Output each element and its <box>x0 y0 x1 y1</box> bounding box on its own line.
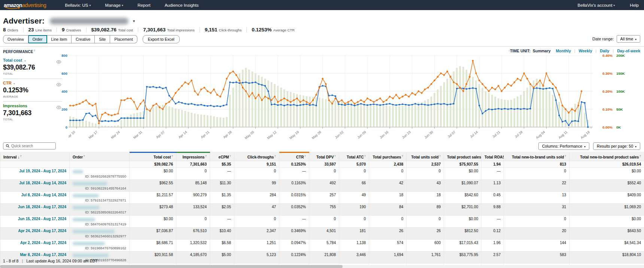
amazon-advertising-logo[interactable]: amazon advertising <box>4 2 46 8</box>
time-unit-option-monthly[interactable]: Monthly <box>556 49 571 53</box>
nav-item-report[interactable]: Report <box>137 3 151 7</box>
columns-dropdown[interactable]: Columns: Performance▾ <box>538 142 589 150</box>
axis-tick-label: 150K <box>616 71 625 76</box>
chevron-down-icon: ▾ <box>122 4 123 7</box>
order-name-redacted <box>73 218 95 221</box>
table-cell: 1,320,532 <box>176 240 210 252</box>
table-cell: 0 <box>504 168 569 180</box>
table-cell: 2.57 <box>482 252 504 264</box>
table-cell: 26 <box>369 228 407 240</box>
interval-link[interactable]: Jun 15, 2024 - Aug 17, 2024 <box>18 217 66 221</box>
table-cell: 600 <box>407 240 444 252</box>
axis-tick-label: 400 <box>61 89 67 93</box>
tab-creative[interactable]: Creative <box>72 35 95 43</box>
advertiser-name-redacted <box>50 18 128 24</box>
time-unit-option-daily[interactable]: Daily <box>600 49 609 53</box>
time-unit-switcher: ? TIME UNIT: Summary Monthly|Weekly|Dail… <box>508 49 640 53</box>
column-header-ecpm[interactable]: eCPM? <box>210 153 234 161</box>
interval-link[interactable]: Jul 19, 2024 - Aug 17, 2024 <box>19 169 66 173</box>
table-row[interactable]: Apr 2, 2024 - Aug 17, 2024ID: 5919884767… <box>0 240 644 252</box>
chevron-down-icon: ▾ <box>635 38 637 41</box>
axis-tick-label: 600 <box>61 71 67 76</box>
order-id: ID: 591082291455764164 <box>73 186 126 190</box>
results-per-page-dropdown[interactable]: Results per page: 50▾ <box>593 142 640 150</box>
table-cell: 133,524 <box>176 204 210 216</box>
table-cell: 1,694 <box>369 252 407 264</box>
column-header-total-roas[interactable]: Total ROAS? <box>482 153 504 161</box>
search-input[interactable] <box>11 144 52 148</box>
column-header-click-throughs[interactable]: Click-throughs? <box>234 153 279 161</box>
tab-site[interactable]: Site <box>95 35 110 43</box>
order-name-redacted <box>73 206 100 209</box>
time-unit-option-weekly[interactable]: Weekly <box>579 49 592 53</box>
interval-link[interactable]: Jul 18, 2024 - Aug 14, 2024 <box>19 181 66 185</box>
horizontal-scrollbar[interactable] <box>0 265 644 268</box>
table-cell: 49 <box>339 192 369 204</box>
metric-name-dropdown[interactable]: Impressions <box>3 104 62 108</box>
table-cell: 0 <box>176 168 210 180</box>
date-range-dropdown[interactable]: All time▾ <box>617 35 640 43</box>
table-row[interactable]: Jun 18, 2024 - Aug 17, 2024ID: 582253850… <box>0 204 644 216</box>
tab-placement[interactable]: Placement <box>110 35 137 43</box>
metric-name-dropdown[interactable]: Total cost⌄ <box>3 58 62 62</box>
column-header-total-units-sold[interactable]: Total units sold? <box>407 153 444 161</box>
table-cell: $7,036.87 <box>130 228 176 240</box>
svg-text:Apr 28: Apr 28 <box>222 130 233 139</box>
table-cell: $1,090.07 <box>444 180 482 192</box>
column-header-total-atc[interactable]: Total ATC? <box>339 153 369 161</box>
nav-item-bellavix-us[interactable]: Bellavix: US▾ <box>65 3 91 7</box>
totals-cell: $75,937.55 <box>444 161 482 168</box>
nav-item-bellavix-s-account[interactable]: BellaVix's account▾ <box>578 3 615 7</box>
table-controls: Columns: Performance▾ Results per page: … <box>538 142 640 150</box>
table-cell: 31 <box>504 204 569 216</box>
table-row[interactable]: Jul 8, 2024 - Aug 14, 2024ID: 5791513473… <box>0 192 644 204</box>
help-icon: ? <box>564 154 566 158</box>
column-header-total-new-to-brand-product-sales[interactable]: Total new-to-brand product sales? <box>569 153 644 161</box>
svg-text:Aug 18: Aug 18 <box>580 130 590 140</box>
axis-tick-label: 0.30% <box>602 71 613 76</box>
sort-descending-icon[interactable]: ↓ <box>17 155 20 159</box>
tab-overview[interactable]: Overview <box>3 35 28 43</box>
table-cell: 0.3469% <box>279 228 309 240</box>
scrollbar-thumb[interactable] <box>0 265 343 268</box>
svg-text:Aug 11: Aug 11 <box>558 130 568 140</box>
table-cell: 5,123 <box>234 252 279 264</box>
nav-item-manage[interactable]: Manage▾ <box>105 3 124 7</box>
table-cell: 1.96 <box>482 240 504 252</box>
tab-line-item[interactable]: Line item <box>47 35 72 43</box>
column-header-total-product-sales[interactable]: Total product sales? <box>444 153 482 161</box>
table-cell: 1,251 <box>234 240 279 252</box>
table-cell: 0.1224% <box>279 252 309 264</box>
svg-text:Mar 17: Mar 17 <box>88 130 98 140</box>
nav-item-help[interactable]: Help <box>630 3 639 7</box>
table-row[interactable]: Jul 18, 2024 - Aug 14, 2024ID: 591082291… <box>0 180 644 192</box>
column-header-impressions[interactable]: Impressions? <box>176 153 210 161</box>
column-header-order[interactable]: Order? <box>70 153 130 161</box>
table-cell: 0.1163% <box>279 180 309 192</box>
interval-link[interactable]: Mar 8, 2024 - Aug 17, 2024 <box>20 253 66 257</box>
interval-link[interactable]: Jun 18, 2024 - Aug 17, 2024 <box>18 205 66 209</box>
advertiser-switch-chevron-down-icon[interactable]: ▾ <box>133 19 135 24</box>
time-unit-option-day-of-week[interactable]: Day-of-week <box>617 49 640 53</box>
nav-item-audience-insights[interactable]: Audience Insights <box>165 3 199 7</box>
performance-chart[interactable]: Mar 10Mar 17Mar 24Mar 31Apr 07Apr 14Apr … <box>69 55 595 141</box>
table-row[interactable]: Apr 24, 2024 - Aug 17, 2024ID: 583623466… <box>0 228 644 240</box>
interval-link[interactable]: Jul 8, 2024 - Aug 14, 2024 <box>21 193 66 197</box>
svg-text:May 12: May 12 <box>266 130 277 140</box>
table-cell: $53,775.95 <box>444 252 482 264</box>
column-header-total-cost[interactable]: Total cost? <box>130 153 176 161</box>
interval-link[interactable]: Apr 2, 2024 - Aug 17, 2024 <box>20 241 66 245</box>
stat-value: $39,082.76 <box>91 27 117 33</box>
interval-link[interactable]: Apr 24, 2024 - Aug 17, 2024 <box>18 229 66 233</box>
table-row[interactable]: Jun 15, 2024 - Aug 17, 2024ID: 584704097… <box>0 216 644 228</box>
export-to-excel-button[interactable]: Export to Excel <box>143 35 180 43</box>
table-row[interactable]: Jul 19, 2024 - Aug 17, 2024ID: 584932682… <box>0 168 644 180</box>
metric-name-dropdown[interactable]: CTR⌄ <box>3 81 62 85</box>
table-cell: $542.60 <box>444 192 482 204</box>
column-header-total-new-to-brand-units-sold[interactable]: Total new-to-brand units sold? <box>504 153 569 161</box>
column-header-interval[interactable]: Interval ↓? <box>0 153 70 161</box>
column-header-ctr[interactable]: CTR? <box>279 153 309 161</box>
column-header-total-purchases[interactable]: Total purchases? <box>369 153 407 161</box>
tab-order[interactable]: Order <box>28 35 47 43</box>
column-header-total-dpv[interactable]: Total DPV? <box>309 153 339 161</box>
